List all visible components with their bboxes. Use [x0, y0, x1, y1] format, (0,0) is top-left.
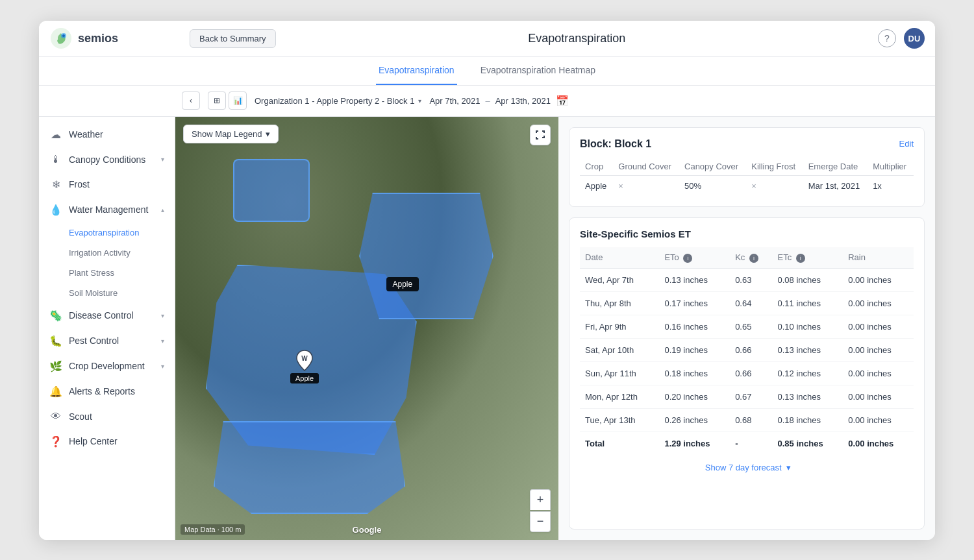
- et-cell-eto: 0.17 inches: [659, 291, 730, 315]
- et-total-etc: 0.85 inches: [773, 432, 843, 455]
- etc-info-icon[interactable]: i: [796, 254, 805, 263]
- fullscreen-button[interactable]: [530, 125, 551, 145]
- et-cell-etc: 0.18 inches: [773, 408, 843, 432]
- et-table-row: Thu, Apr 8th 0.17 inches 0.64 0.11 inche…: [580, 291, 914, 315]
- et-col-etc: ETc i: [773, 247, 843, 269]
- et-cell-etc: 0.08 inches: [773, 268, 843, 291]
- sidebar-item-weather[interactable]: ☁ Weather: [39, 122, 175, 147]
- et-table-row: Sat, Apr 10th 0.19 inches 0.66 0.13 inch…: [580, 338, 914, 361]
- sidebar-item-help-center[interactable]: ❓ Help Center: [39, 429, 175, 454]
- nav-arrows: ‹: [182, 91, 200, 110]
- avatar[interactable]: DU: [904, 28, 925, 49]
- help-icon[interactable]: ?: [878, 29, 896, 47]
- table-row: Apple × 50% × Mar 1st, 2021 1x: [580, 175, 914, 196]
- cell-ground-cover: ×: [613, 175, 679, 196]
- sidebar-item-crop-development[interactable]: 🌿 Crop Development ▾: [39, 354, 175, 379]
- top-icons: ? DU: [878, 28, 925, 49]
- sidebar-item-water-management[interactable]: 💧 Water Management ▴: [39, 197, 175, 223]
- et-cell-date: Mon, Apr 12th: [580, 385, 659, 408]
- block-card: Block: Block 1 Edit Crop Ground Cover Ca…: [569, 127, 925, 207]
- calendar-icon[interactable]: 📅: [556, 95, 569, 107]
- disease-icon: 🦠: [49, 310, 62, 322]
- et-table-row: Sun, Apr 11th 0.18 inches 0.66 0.12 inch…: [580, 361, 914, 385]
- scout-icon: 👁: [49, 411, 62, 422]
- frost-icon: ❄: [49, 178, 62, 191]
- forecast-link[interactable]: Show 7 day forecast ▾: [580, 455, 914, 480]
- org-select[interactable]: Organization 1 - Apple Property 2 - Bloc…: [255, 96, 421, 106]
- chevron-down-icon: ▾: [161, 312, 164, 319]
- map-controls-top-right: [530, 125, 551, 145]
- sidebar-item-disease-control[interactable]: 🦠 Disease Control ▾: [39, 303, 175, 328]
- chart-view-button[interactable]: 📊: [229, 91, 247, 110]
- show-legend-label: Show Map Legend: [192, 129, 262, 139]
- et-cell-etc: 0.13 inches: [773, 385, 843, 408]
- col-ground-cover: Ground Cover: [613, 158, 679, 176]
- sidebar: ☁ Weather 🌡 Canopy Conditions ▾ ❄ Frost …: [39, 117, 175, 540]
- map-footer-info: Map Data · 100 m: [181, 524, 245, 535]
- chevron-down-icon: ▾: [161, 363, 164, 370]
- sidebar-sub-item-plant-stress[interactable]: Plant Stress: [69, 263, 175, 283]
- x-mark-icon: ×: [618, 181, 623, 191]
- et-cell-kc: 0.64: [730, 291, 772, 315]
- sidebar-item-label: Crop Development: [69, 361, 155, 371]
- chevron-up-icon: ▴: [161, 206, 164, 213]
- et-table-row: Fri, Apr 9th 0.16 inches 0.65 0.10 inche…: [580, 315, 914, 338]
- sidebar-item-scout[interactable]: 👁 Scout: [39, 404, 175, 429]
- sidebar-item-frost[interactable]: ❄ Frost: [39, 172, 175, 197]
- sub-tabs: Evapotranspiration Evapotranspiration He…: [39, 57, 935, 86]
- et-cell-eto: 0.19 inches: [659, 338, 730, 361]
- map-area: Apple W Apple Show Map Legend ▾: [175, 117, 558, 540]
- et-col-date: Date: [580, 247, 659, 269]
- et-col-eto: ETo i: [659, 247, 730, 269]
- show-map-legend-button[interactable]: Show Map Legend ▾: [183, 125, 279, 143]
- field-3: [233, 159, 310, 223]
- et-cell-rain: 0.00 inches: [843, 338, 914, 361]
- map-view-button[interactable]: ⊞: [208, 91, 226, 110]
- sidebar-item-label: Weather: [69, 129, 164, 140]
- sidebar-sub-item-irrigation[interactable]: Irrigation Activity: [69, 243, 175, 263]
- chevron-down-icon: ▾: [161, 337, 164, 345]
- et-cell-rain: 0.00 inches: [843, 361, 914, 385]
- thermometer-icon: 🌡: [49, 154, 62, 165]
- tab-evapotranspiration[interactable]: Evapotranspiration: [376, 56, 457, 85]
- sidebar-item-canopy-conditions[interactable]: 🌡 Canopy Conditions ▾: [39, 147, 175, 172]
- et-table-row: Wed, Apr 7th 0.13 inches 0.63 0.08 inche…: [580, 268, 914, 291]
- marker-pin-icon: W: [295, 349, 314, 372]
- edit-link[interactable]: Edit: [899, 139, 914, 149]
- chevron-down-icon: ▾: [266, 129, 270, 139]
- date-separator: –: [485, 96, 490, 106]
- back-to-summary-button[interactable]: Back to Summary: [190, 29, 276, 48]
- sidebar-item-alerts-reports[interactable]: 🔔 Alerts & Reports: [39, 379, 175, 404]
- sidebar-item-pest-control[interactable]: 🐛 Pest Control ▾: [39, 328, 175, 354]
- sidebar-sub-item-soil-moisture[interactable]: Soil Moisture: [69, 283, 175, 303]
- col-crop: Crop: [580, 158, 613, 176]
- cell-crop: Apple: [580, 175, 613, 196]
- map-marker: W Apple: [290, 349, 319, 383]
- et-cell-rain: 0.00 inches: [843, 315, 914, 338]
- et-card-title: Site-Specific Semios ET: [580, 228, 914, 239]
- sidebar-sub-water: Evapotranspiration Irrigation Activity P…: [39, 223, 175, 303]
- zoom-out-button[interactable]: −: [530, 511, 551, 532]
- filter-bar: ‹ ⊞ 📊 Organization 1 - Apple Property 2 …: [39, 86, 935, 117]
- sidebar-item-label: Canopy Conditions: [69, 154, 155, 165]
- logo-text: semios: [78, 32, 118, 45]
- sidebar-item-label: Help Center: [69, 436, 164, 446]
- field-4: [214, 421, 405, 514]
- et-cell-rain: 0.00 inches: [843, 268, 914, 291]
- et-cell-etc: 0.10 inches: [773, 315, 843, 338]
- view-icons: ⊞ 📊: [208, 91, 247, 110]
- prev-arrow[interactable]: ‹: [182, 91, 200, 110]
- bell-icon: 🔔: [49, 385, 62, 398]
- cell-canopy-cover: 50%: [679, 175, 746, 196]
- eto-info-icon[interactable]: i: [683, 254, 692, 263]
- tab-evapotranspiration-heatmap[interactable]: Evapotranspiration Heatmap: [478, 56, 598, 85]
- et-total-row: Total 1.29 inches - 0.85 inches 0.00 inc…: [580, 432, 914, 455]
- et-total-eto: 1.29 inches: [659, 432, 730, 455]
- sidebar-sub-item-evapotranspiration[interactable]: Evapotranspiration: [69, 223, 175, 243]
- col-multiplier: Multiplier: [868, 158, 914, 176]
- cloud-icon: ☁: [49, 128, 62, 141]
- question-icon: ❓: [49, 435, 62, 448]
- zoom-in-button[interactable]: +: [530, 489, 551, 510]
- kc-info-icon[interactable]: i: [749, 254, 758, 263]
- cell-killing-frost: ×: [746, 175, 803, 196]
